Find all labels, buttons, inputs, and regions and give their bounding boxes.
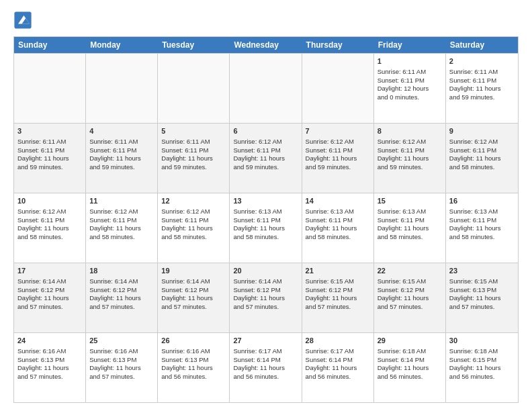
day-cell: 26Sunrise: 6:16 AMSunset: 6:13 PMDayligh… xyxy=(158,333,230,402)
day-info-line: Sunrise: 6:14 AM xyxy=(161,277,226,286)
day-info-line: and 59 minutes. xyxy=(378,163,442,172)
day-info-line: Sunset: 6:14 PM xyxy=(378,356,442,365)
day-info-line: and 58 minutes. xyxy=(306,233,370,242)
day-info-line: Daylight: 11 hours xyxy=(89,154,154,163)
day-cell: 10Sunrise: 6:12 AMSunset: 6:11 PMDayligh… xyxy=(14,193,86,263)
day-info-line: Daylight: 11 hours xyxy=(17,294,82,303)
day-info-line: Sunrise: 6:15 AM xyxy=(378,277,442,286)
day-cell: 13Sunrise: 6:13 AMSunset: 6:11 PMDayligh… xyxy=(230,193,302,263)
day-info-line: Daylight: 11 hours xyxy=(378,294,442,303)
day-info-line: Sunset: 6:11 PM xyxy=(89,146,154,155)
day-cell: 6Sunrise: 6:12 AMSunset: 6:11 PMDaylight… xyxy=(230,124,302,193)
day-cell xyxy=(158,54,230,123)
day-info-line: Sunrise: 6:15 AM xyxy=(306,277,370,286)
day-cell: 23Sunrise: 6:15 AMSunset: 6:13 PMDayligh… xyxy=(446,263,518,332)
day-info-line: Sunset: 6:11 PM xyxy=(449,216,515,225)
day-info-line: Sunset: 6:11 PM xyxy=(161,146,226,155)
day-info-line: Sunset: 6:12 PM xyxy=(17,286,82,295)
day-cell: 14Sunrise: 6:13 AMSunset: 6:11 PMDayligh… xyxy=(302,193,374,263)
day-number: 20 xyxy=(233,266,298,276)
week-4: 17Sunrise: 6:14 AMSunset: 6:12 PMDayligh… xyxy=(14,263,518,332)
day-number: 8 xyxy=(378,126,442,136)
day-info-line: Sunrise: 6:12 AM xyxy=(17,208,82,216)
header-day-friday: Friday xyxy=(374,37,446,53)
day-number: 6 xyxy=(233,126,298,136)
day-info-line: Sunrise: 6:16 AM xyxy=(161,347,226,356)
day-info-line: Daylight: 11 hours xyxy=(17,224,82,233)
day-info-line: Sunset: 6:12 PM xyxy=(161,286,226,295)
day-info-line: and 58 minutes. xyxy=(89,233,154,242)
logo xyxy=(13,11,35,30)
day-cell: 20Sunrise: 6:14 AMSunset: 6:12 PMDayligh… xyxy=(230,263,302,332)
day-info-line: Daylight: 11 hours xyxy=(449,294,515,303)
header-day-tuesday: Tuesday xyxy=(158,37,230,53)
day-info-line: Daylight: 11 hours xyxy=(306,294,370,303)
day-info-line: Daylight: 11 hours xyxy=(449,85,515,93)
day-info-line: Sunset: 6:12 PM xyxy=(89,286,154,295)
day-number: 11 xyxy=(89,196,154,206)
day-info-line: and 58 minutes. xyxy=(378,233,442,242)
day-info-line: Daylight: 12 hours xyxy=(378,85,442,93)
day-info-line: Sunset: 6:11 PM xyxy=(233,146,298,155)
day-cell: 17Sunrise: 6:14 AMSunset: 6:12 PMDayligh… xyxy=(14,263,86,332)
week-1: 1Sunrise: 6:11 AMSunset: 6:11 PMDaylight… xyxy=(14,53,518,123)
day-number: 18 xyxy=(89,266,154,276)
day-number: 22 xyxy=(378,266,442,276)
day-info-line: Sunrise: 6:12 AM xyxy=(233,138,298,146)
day-info-line: and 59 minutes. xyxy=(233,163,298,172)
day-number: 14 xyxy=(306,196,370,206)
day-info-line: Sunrise: 6:13 AM xyxy=(449,208,515,216)
header-day-thursday: Thursday xyxy=(302,37,374,53)
day-info-line: Daylight: 11 hours xyxy=(161,364,226,373)
day-number: 17 xyxy=(17,266,82,276)
day-info-line: Daylight: 11 hours xyxy=(89,294,154,303)
day-cell: 24Sunrise: 6:16 AMSunset: 6:13 PMDayligh… xyxy=(14,333,86,402)
day-info-line: Sunset: 6:13 PM xyxy=(161,356,226,365)
day-info-line: and 59 minutes. xyxy=(89,163,154,172)
day-info-line: Sunrise: 6:11 AM xyxy=(89,138,154,146)
day-info-line: Sunrise: 6:17 AM xyxy=(233,347,298,356)
day-info-line: and 59 minutes. xyxy=(306,163,370,172)
day-info-line: and 57 minutes. xyxy=(89,373,154,381)
calendar-header: SundayMondayTuesdayWednesdayThursdayFrid… xyxy=(14,37,518,53)
day-info-line: Sunrise: 6:14 AM xyxy=(233,277,298,286)
day-info-line: Sunrise: 6:14 AM xyxy=(89,277,154,286)
day-number: 27 xyxy=(233,336,298,346)
day-cell: 5Sunrise: 6:11 AMSunset: 6:11 PMDaylight… xyxy=(158,124,230,193)
day-number: 16 xyxy=(449,196,515,206)
day-cell: 25Sunrise: 6:16 AMSunset: 6:13 PMDayligh… xyxy=(86,333,158,402)
day-info-line: Daylight: 11 hours xyxy=(378,154,442,163)
day-info-line: and 59 minutes. xyxy=(161,163,226,172)
day-cell: 2Sunrise: 6:11 AMSunset: 6:11 PMDaylight… xyxy=(446,54,518,123)
day-info-line: Sunrise: 6:12 AM xyxy=(306,138,370,146)
page: SundayMondayTuesdayWednesdayThursdayFrid… xyxy=(0,0,532,411)
day-cell: 1Sunrise: 6:11 AMSunset: 6:11 PMDaylight… xyxy=(374,54,446,123)
day-info-line: Daylight: 11 hours xyxy=(89,364,154,373)
day-number: 13 xyxy=(233,196,298,206)
day-cell: 3Sunrise: 6:11 AMSunset: 6:11 PMDaylight… xyxy=(14,124,86,193)
day-info-line: Sunrise: 6:17 AM xyxy=(306,347,370,356)
day-cell: 27Sunrise: 6:17 AMSunset: 6:14 PMDayligh… xyxy=(230,333,302,402)
day-info-line: Daylight: 11 hours xyxy=(306,364,370,373)
calendar-body: 1Sunrise: 6:11 AMSunset: 6:11 PMDaylight… xyxy=(14,53,518,402)
day-cell: 4Sunrise: 6:11 AMSunset: 6:11 PMDaylight… xyxy=(86,124,158,193)
day-cell: 11Sunrise: 6:12 AMSunset: 6:11 PMDayligh… xyxy=(86,193,158,263)
day-cell xyxy=(86,54,158,123)
day-info-line: Daylight: 11 hours xyxy=(233,224,298,233)
day-number: 9 xyxy=(449,126,515,136)
day-number: 4 xyxy=(89,126,154,136)
day-info-line: Daylight: 11 hours xyxy=(233,364,298,373)
day-info-line: Sunrise: 6:12 AM xyxy=(161,208,226,216)
day-info-line: Sunrise: 6:16 AM xyxy=(89,347,154,356)
day-info-line: Sunset: 6:11 PM xyxy=(378,216,442,225)
day-info-line: Sunrise: 6:13 AM xyxy=(378,208,442,216)
day-info-line: Sunrise: 6:14 AM xyxy=(17,277,82,286)
day-number: 28 xyxy=(306,336,370,346)
day-info-line: Sunrise: 6:11 AM xyxy=(378,68,442,77)
day-info-line: Sunset: 6:13 PM xyxy=(17,356,82,365)
day-number: 26 xyxy=(161,336,226,346)
day-info-line: Daylight: 11 hours xyxy=(449,154,515,163)
day-info-line: Sunset: 6:13 PM xyxy=(89,356,154,365)
day-info-line: and 58 minutes. xyxy=(449,233,515,242)
day-number: 21 xyxy=(306,266,370,276)
